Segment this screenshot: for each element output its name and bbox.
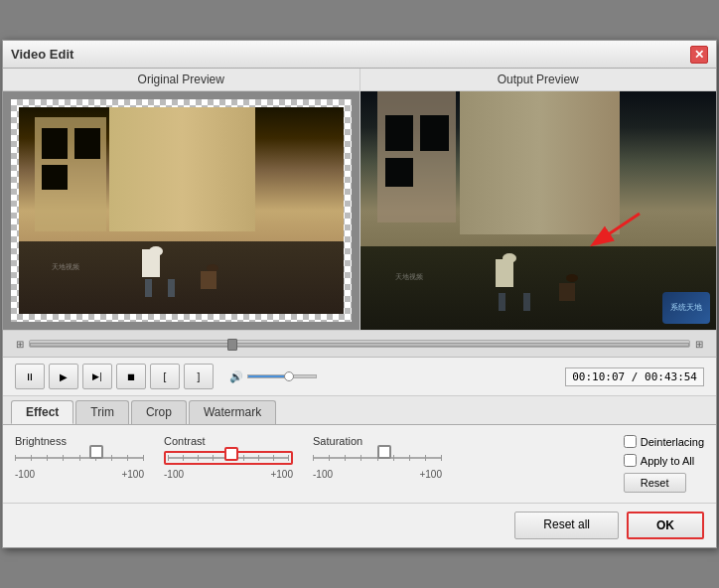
contrast-range: -100 +100 (164, 469, 293, 480)
output-watermark: 天地视频 (395, 272, 423, 282)
ok-button[interactable]: OK (627, 512, 704, 539)
sliders-row: Brightness -100 +10 (15, 435, 704, 493)
pause-icon: ⏸ (25, 371, 35, 382)
preview-area: Original Preview (3, 69, 716, 331)
output-window2 (420, 115, 449, 151)
output-figure1-body (496, 259, 513, 287)
tab-crop[interactable]: Crop (131, 400, 187, 424)
contrast-thumb[interactable] (224, 447, 238, 461)
saturation-slider[interactable] (313, 451, 442, 465)
stop-icon: ⏹ (126, 371, 136, 382)
time-display: 00:10:07 / 00:43:54 (565, 368, 704, 386)
timeline-thumb[interactable] (227, 339, 237, 351)
ground (19, 241, 344, 314)
saturation-thumb[interactable] (377, 445, 391, 459)
saturation-range: -100 +100 (313, 469, 442, 480)
figure1-body (142, 249, 160, 277)
brightness-min: -100 (15, 469, 35, 480)
mark-in-icon: [ (164, 371, 167, 382)
figure1-pants-left (145, 279, 152, 297)
time-separator: / (632, 370, 639, 383)
figure1-pants-right (168, 279, 175, 297)
tab-effect[interactable]: Effect (11, 400, 73, 424)
volume-thumb[interactable] (284, 371, 294, 381)
stop-button[interactable]: ⏹ (116, 364, 146, 389)
apply-to-all-checkbox[interactable] (624, 454, 637, 467)
original-video-frame: 天地视频 (19, 107, 344, 314)
brightness-max: +100 (121, 469, 144, 480)
original-preview-canvas: 天地视频 (3, 91, 360, 330)
brightness-track (15, 457, 144, 459)
brightness-thumb[interactable] (89, 445, 103, 459)
effect-panel: Brightness -100 +10 (3, 425, 716, 503)
brightness-slider[interactable] (15, 451, 144, 465)
window2 (74, 128, 100, 159)
timeline-left-btn[interactable]: ⊞ (11, 335, 29, 353)
volume-slider[interactable] (247, 374, 317, 378)
apply-to-all-label: Apply to All (641, 455, 694, 467)
output-figure2-body (559, 283, 575, 301)
time-current: 00:10:07 (572, 370, 625, 383)
mark-out-icon: ] (198, 371, 201, 382)
window-title: Video Edit (11, 47, 73, 62)
title-bar: Video Edit ✕ (3, 41, 716, 69)
figure2-body (201, 271, 216, 289)
timeline-right-btn[interactable]: ⊞ (690, 335, 708, 353)
contrast-min: -100 (164, 469, 184, 480)
video-edit-window: Video Edit ✕ Original Preview (2, 40, 717, 548)
window1 (42, 128, 68, 159)
brightness-label: Brightness (15, 435, 144, 447)
tab-trim[interactable]: Trim (75, 400, 129, 424)
output-window3 (385, 158, 414, 187)
next-frame-icon: ▶| (92, 371, 101, 381)
apply-to-all-row: Apply to All (624, 454, 694, 467)
brightness-range: -100 +100 (15, 469, 144, 480)
timeline-bar[interactable] (29, 340, 690, 348)
volume-icon: 🔊 (229, 370, 243, 383)
deinterlacing-row: Deinterlacing (624, 435, 704, 448)
brightness-group: Brightness -100 +10 (15, 435, 144, 480)
brightness-ticks (15, 457, 144, 459)
pause-button[interactable]: ⏸ (15, 364, 45, 389)
watermark-logo: 系统天地 (662, 292, 710, 324)
play-button[interactable]: ▶ (49, 364, 78, 389)
saturation-min: -100 (313, 469, 333, 480)
original-watermark: 天地视频 (52, 262, 79, 272)
building-column (109, 107, 255, 231)
contrast-group: Contrast -100 +100 (164, 435, 293, 480)
output-building-left (377, 91, 456, 222)
output-window1 (385, 115, 414, 151)
output-preview-panel: Output Preview (360, 69, 717, 330)
contrast-max: +100 (270, 469, 293, 480)
window3 (42, 165, 68, 190)
mark-out-button[interactable]: ] (184, 364, 214, 389)
deinterlacing-checkbox[interactable] (624, 435, 637, 448)
output-preview-canvas: 天地视频 系统天地 (360, 91, 717, 330)
saturation-max: +100 (419, 469, 442, 480)
svg-line-0 (595, 214, 640, 243)
volume-area: 🔊 (229, 370, 317, 383)
timeline-area: ⊞ ⊞ (3, 331, 716, 358)
next-frame-button[interactable]: ▶| (82, 364, 112, 389)
volume-fill (248, 375, 285, 377)
output-figure1-pants-right (523, 293, 530, 311)
reset-all-button[interactable]: Reset all (514, 512, 619, 539)
watermark-logo-text: 系统天地 (670, 303, 702, 313)
red-arrow-indicator (585, 209, 645, 258)
reset-button[interactable]: Reset (624, 473, 686, 493)
tabs-area: Effect Trim Crop Watermark (3, 396, 716, 425)
time-total: 00:43:54 (645, 370, 697, 383)
play-icon: ▶ (60, 371, 68, 382)
contrast-slider[interactable] (164, 451, 293, 465)
controls-area: ⏸ ▶ ▶| ⏹ [ ] 🔊 00:10:07 / 00:43:54 (3, 358, 716, 396)
tab-watermark[interactable]: Watermark (189, 400, 276, 424)
original-preview-header: Original Preview (3, 69, 360, 91)
mark-in-button[interactable]: [ (150, 364, 180, 389)
contrast-label: Contrast (164, 435, 293, 447)
output-preview-header: Output Preview (360, 69, 717, 91)
saturation-group: Saturation -100 +10 (313, 435, 442, 480)
close-button[interactable]: ✕ (690, 46, 708, 64)
original-preview-panel: Original Preview (3, 69, 360, 330)
right-options: Deinterlacing Apply to All Reset (624, 435, 704, 493)
deinterlacing-label: Deinterlacing (641, 436, 704, 448)
